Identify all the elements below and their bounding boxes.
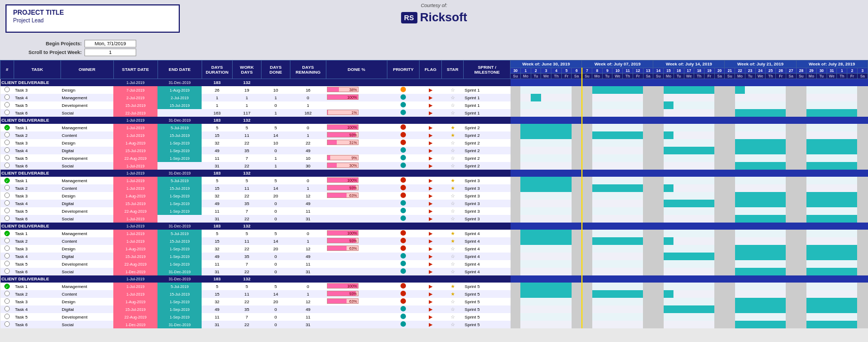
status-cell: [1, 253, 14, 260]
task-name-cell: Task 4: [14, 305, 60, 313]
deliv-gantt: [847, 275, 858, 283]
priority-cell: [387, 207, 419, 215]
gantt-cell: [531, 154, 541, 162]
pct-cell: 100%: [326, 177, 387, 184]
priority-cell: [387, 139, 419, 147]
gantt-cell: [847, 101, 858, 109]
gantt-cell: [816, 268, 827, 275]
gantt-cell: [827, 109, 837, 117]
owner-cell: Social: [60, 215, 113, 223]
end-date-cell: 15-Jul-2019: [157, 184, 202, 192]
gantt-cell: [776, 162, 786, 170]
priority-cell: [387, 154, 419, 162]
gantt-cell: [551, 253, 562, 260]
gantt-cell: [520, 200, 531, 207]
gantt-cell: [623, 86, 633, 94]
remain-cell: 31: [290, 268, 326, 275]
gantt-cell: [725, 147, 735, 154]
gantt-cell: [561, 298, 572, 305]
gantt-cell: [694, 305, 705, 313]
gantt-cell: [704, 147, 714, 154]
gantt-cell: [531, 207, 541, 215]
star-cell: ★: [441, 124, 464, 131]
deliv-gantt: [551, 275, 562, 283]
gantt-cell: [806, 184, 817, 192]
daysdone-cell: 5: [262, 283, 290, 290]
gantt-cell: [694, 283, 705, 290]
gantt-cell: [582, 94, 592, 101]
gantt-cell: [531, 245, 541, 253]
status-cell: [1, 298, 14, 305]
priority-cell: [387, 184, 419, 192]
gantt-cell: [725, 230, 735, 237]
gantt-cell: [592, 298, 603, 305]
gantt-scroll-area[interactable]: # TASK OWNER START DATE END DATE DAYS DU…: [0, 60, 868, 328]
gantt-cell: [704, 139, 714, 147]
remain-cell: 1: [290, 101, 326, 109]
duration-cell: 49: [202, 253, 232, 260]
task-name-cell: Task 5: [14, 154, 60, 162]
gantt-cell: [561, 86, 572, 94]
gantt-cell: [776, 184, 786, 192]
gantt-cell: [673, 109, 684, 117]
gantt-cell: [572, 109, 582, 117]
gantt-cell: [786, 260, 796, 268]
pct-cell: [326, 260, 387, 268]
workdays-cell: 22: [232, 245, 261, 253]
deliv-gantt: [633, 117, 643, 124]
start-date-cell: 1-Dec-2019: [113, 268, 157, 275]
deliv-gantt: [704, 170, 714, 177]
workdays-cell: 5: [232, 124, 261, 131]
remain-cell: 49: [290, 147, 326, 154]
status-cell: ✓: [1, 124, 14, 131]
gantt-cell: [633, 131, 643, 139]
gantt-cell: [612, 154, 623, 162]
gantt-cell: [602, 86, 612, 94]
end-date-cell: 1-Sep-2019: [157, 154, 202, 162]
gantt-cell: [694, 253, 705, 260]
gantt-cell: [572, 101, 582, 109]
gantt-cell: [786, 131, 796, 139]
gantt-cell: [735, 177, 745, 184]
gantt-cell: [837, 177, 847, 184]
begin-input[interactable]: [84, 40, 136, 47]
sprint-cell: Sprint 2: [464, 139, 511, 147]
gantt-cell: [847, 290, 858, 298]
gantt-cell: [511, 154, 521, 162]
gantt-cell: [633, 283, 643, 290]
gantt-cell: [837, 230, 847, 237]
gantt-cell: [643, 101, 653, 109]
gantt-cell: [796, 131, 806, 139]
gantt-cell: [837, 86, 847, 94]
gantt-cell: [786, 230, 796, 237]
gantt-cell: [520, 86, 531, 94]
gantt-cell: [827, 192, 837, 200]
end-date-cell: 31-Dec-2019: [157, 321, 202, 328]
gantt-cell: [602, 177, 612, 184]
deliv-gantt: [582, 79, 592, 87]
deliv-gantt: [592, 117, 603, 124]
sprint-cell: Sprint 5: [464, 305, 511, 313]
gantt-cell: [714, 253, 725, 260]
header-row-1: # TASK OWNER START DATE END DATE DAYS DU…: [1, 61, 868, 68]
gantt-cell: [755, 207, 766, 215]
gantt-cell: [602, 94, 612, 101]
gantt-cell: [602, 283, 612, 290]
task-name-cell: Task 3: [14, 192, 60, 200]
gantt-cell: [643, 200, 653, 207]
scroll-input[interactable]: [84, 49, 136, 56]
deliv-gantt: [745, 275, 755, 283]
task-row: Task 4 Digital 15-Jul-2019 1-Sep-2019 49…: [1, 147, 868, 154]
gantt-cell: [592, 305, 603, 313]
gantt-cell: [511, 184, 521, 192]
gantt-cell: [816, 298, 827, 305]
gantt-cell: [714, 237, 725, 245]
task-row: ✓ Task 1 Management 1-Jul-2019 5-Jul-201…: [1, 230, 868, 237]
gantt-cell: [511, 253, 521, 260]
gantt-cell: [827, 86, 837, 94]
gantt-cell: [653, 124, 664, 131]
gantt-cell: [541, 200, 551, 207]
gantt-cell: [694, 94, 705, 101]
deliv-gantt: [592, 275, 603, 283]
deliv-gantt: [602, 170, 612, 177]
